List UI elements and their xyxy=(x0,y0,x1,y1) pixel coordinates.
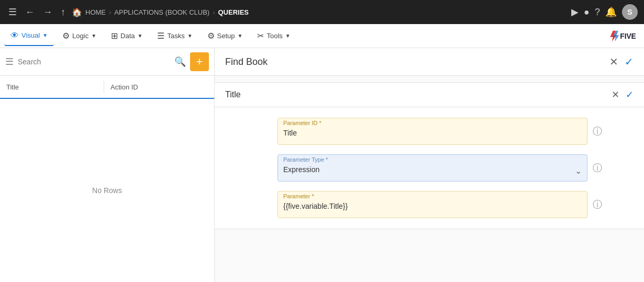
data-icon: ⊞ xyxy=(111,31,118,41)
parameter-type-label: Parameter Type * xyxy=(278,153,333,163)
panel-confirm-button[interactable]: ✓ xyxy=(625,55,634,68)
back-icon[interactable]: ← xyxy=(23,5,37,20)
parameter-id-field: Parameter ID * xyxy=(277,118,587,145)
help-icon[interactable]: ? xyxy=(595,7,600,18)
no-rows-message: No Rows xyxy=(0,99,214,282)
inner-panel-close-button[interactable]: ✕ xyxy=(612,89,619,100)
panel-actions: ✕ ✓ xyxy=(609,55,634,68)
parameter-id-label: Parameter ID * xyxy=(278,117,327,126)
tasks-icon: ☰ xyxy=(157,31,164,41)
nav-item-tools[interactable]: ✂ Tools ▼ xyxy=(251,26,296,46)
parameter-help-icon[interactable]: ⓘ xyxy=(593,198,602,211)
nav-item-visual[interactable]: 👁 Visual ▼ xyxy=(4,26,54,46)
tools-label: Tools xyxy=(267,32,282,40)
main-content: ☰ 🔍 + Title Action ID No Rows Find Book … xyxy=(0,48,644,282)
parameter-box: Parameter * xyxy=(277,191,587,218)
nav-item-logic[interactable]: ⚙ Logic ▼ xyxy=(56,26,103,46)
tools-icon: ✂ xyxy=(257,31,264,41)
top-nav: ☰ ← → ↑ 🏠 HOME › APPLICATIONS (BOOK CLUB… xyxy=(0,0,644,24)
up-icon[interactable]: ↑ xyxy=(59,5,68,20)
parameter-type-help-icon[interactable]: ⓘ xyxy=(593,162,602,174)
breadcrumb: 🏠 HOME › APPLICATIONS (BOOK CLUB) › QUER… xyxy=(72,7,567,17)
search-icon[interactable]: ● xyxy=(584,7,590,18)
right-panel: Find Book ✕ ✓ Title ✕ ✓ Parame xyxy=(215,48,644,282)
panel-close-button[interactable]: ✕ xyxy=(609,55,618,68)
nav-item-data[interactable]: ⊞ Data ▼ xyxy=(105,26,149,46)
five-logo: FIVE xyxy=(608,28,640,44)
search-button[interactable]: 🔍 xyxy=(174,56,186,67)
parameter-type-box: Parameter Type * Expression Value Variab… xyxy=(277,154,587,182)
setup-label: Setup xyxy=(217,32,235,40)
inner-panel-title: Title xyxy=(225,90,241,99)
bell-icon[interactable]: 🔔 xyxy=(605,6,617,18)
app-label[interactable]: APPLICATIONS (BOOK CLUB) xyxy=(114,8,209,16)
panel-header: Find Book ✕ ✓ xyxy=(215,48,644,76)
nav-item-tasks[interactable]: ☰ Tasks ▼ xyxy=(151,26,198,46)
svg-text:FIVE: FIVE xyxy=(620,32,636,40)
parameter-label: Parameter * xyxy=(278,190,319,199)
visual-label: Visual xyxy=(21,31,40,39)
form-row-parameter-type: Parameter Type * Expression Value Variab… xyxy=(215,154,644,182)
queries-label[interactable]: QUERIES xyxy=(218,8,249,16)
search-input[interactable] xyxy=(18,58,170,66)
breadcrumb-sep-1: › xyxy=(109,8,111,16)
add-button[interactable]: + xyxy=(190,52,209,71)
breadcrumb-sep-2: › xyxy=(213,8,215,16)
parameter-id-input[interactable] xyxy=(278,127,587,141)
logic-dropdown-icon: ▼ xyxy=(91,33,96,39)
parameter-id-help-icon[interactable]: ⓘ xyxy=(593,125,602,138)
hamburger-icon[interactable]: ☰ xyxy=(6,4,19,20)
setup-icon: ⚙ xyxy=(207,31,215,41)
visual-dropdown-icon: ▼ xyxy=(42,32,48,38)
home-icon: 🏠 xyxy=(72,7,82,17)
tools-dropdown-icon: ▼ xyxy=(285,33,291,39)
inner-panel: Title ✕ ✓ Parameter ID * ⓘ xyxy=(215,82,644,229)
form-row-parameter: Parameter * ⓘ xyxy=(215,191,644,218)
parameter-type-select-wrapper: Expression Value Variable ⌄ xyxy=(278,163,587,178)
parameter-input[interactable] xyxy=(278,200,587,215)
right-icons: ▶ ● ? 🔔 S xyxy=(571,4,638,20)
tasks-dropdown-icon: ▼ xyxy=(187,33,193,39)
avatar[interactable]: S xyxy=(622,4,638,20)
nav-item-setup[interactable]: ⚙ Setup ▼ xyxy=(201,26,249,46)
forward-icon[interactable]: → xyxy=(41,5,54,20)
table-header: Title Action ID xyxy=(0,76,214,99)
data-dropdown-icon: ▼ xyxy=(138,33,143,39)
panel-title: Find Book xyxy=(225,57,268,67)
col-divider xyxy=(104,81,104,93)
play-icon[interactable]: ▶ xyxy=(571,6,579,18)
visual-icon: 👁 xyxy=(10,31,19,40)
tasks-label: Tasks xyxy=(167,32,184,40)
col-action-label: Action ID xyxy=(110,83,208,91)
logic-icon: ⚙ xyxy=(62,31,70,41)
inner-panel-header: Title ✕ ✓ xyxy=(215,83,644,107)
form-body: Parameter ID * ⓘ Parameter Type * E xyxy=(215,107,644,229)
home-label[interactable]: HOME xyxy=(85,8,106,16)
data-label: Data xyxy=(120,32,135,40)
inner-panel-confirm-button[interactable]: ✓ xyxy=(626,89,634,100)
logic-label: Logic xyxy=(72,32,88,40)
parameter-id-box: Parameter ID * xyxy=(277,118,587,145)
parameter-field: Parameter * xyxy=(277,191,587,218)
parameter-type-select[interactable]: Expression Value Variable xyxy=(278,163,587,178)
form-row-parameter-id: Parameter ID * ⓘ xyxy=(215,118,644,145)
secondary-nav: 👁 Visual ▼ ⚙ Logic ▼ ⊞ Data ▼ ☰ Tasks ▼ … xyxy=(0,24,644,48)
inner-panel-actions: ✕ ✓ xyxy=(612,89,634,100)
setup-dropdown-icon: ▼ xyxy=(238,33,243,39)
search-bar: ☰ 🔍 + xyxy=(0,48,214,76)
parameter-type-field: Parameter Type * Expression Value Variab… xyxy=(277,154,587,182)
col-title-label: Title xyxy=(6,83,104,91)
left-panel: ☰ 🔍 + Title Action ID No Rows xyxy=(0,48,215,282)
filter-icon[interactable]: ☰ xyxy=(5,56,14,67)
